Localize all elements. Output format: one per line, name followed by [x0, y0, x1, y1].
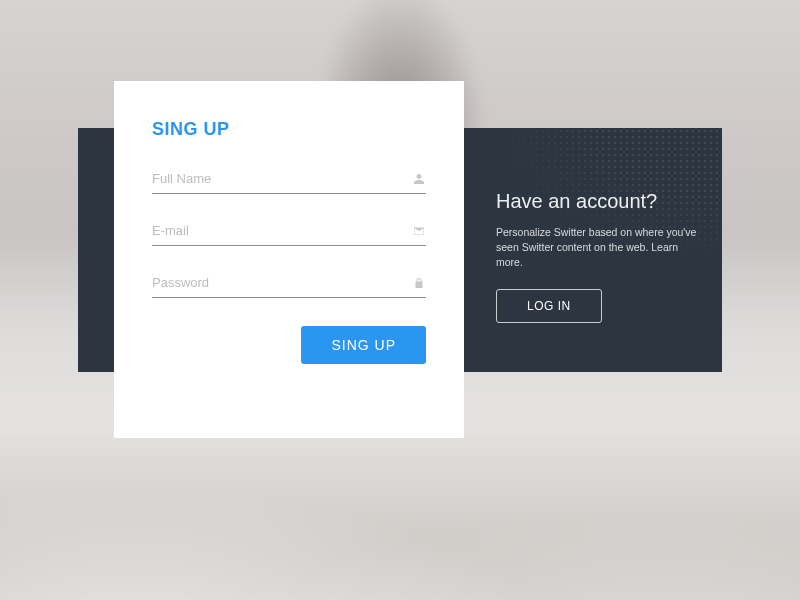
full-name-field-row — [152, 164, 426, 194]
promo-content: Have an account? Personalize Switter bas… — [496, 190, 706, 323]
signup-card: SING UP SING UP — [114, 81, 464, 438]
email-input[interactable] — [152, 217, 412, 244]
user-icon — [412, 172, 426, 186]
submit-row: SING UP — [152, 326, 426, 364]
promo-heading: Have an account? — [496, 190, 706, 213]
full-name-input[interactable] — [152, 165, 412, 192]
lock-icon — [412, 276, 426, 290]
password-input[interactable] — [152, 269, 412, 296]
card-title: SING UP — [152, 119, 426, 140]
signup-button[interactable]: SING UP — [301, 326, 426, 364]
email-field-row — [152, 216, 426, 246]
login-button[interactable]: LOG IN — [496, 289, 602, 323]
mail-icon — [412, 224, 426, 238]
password-field-row — [152, 268, 426, 298]
promo-body: Personalize Switter based on where you'v… — [496, 225, 706, 271]
